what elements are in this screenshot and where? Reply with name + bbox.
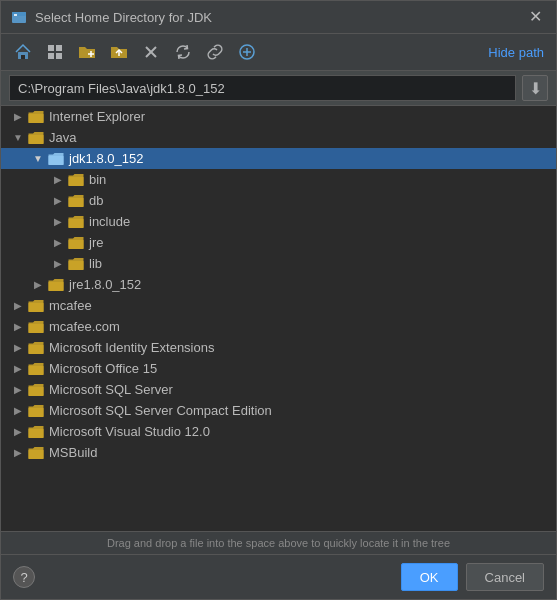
tree-item-jdk1.8.0_152[interactable]: ▼ jdk1.8.0_152 [1,148,556,169]
close-button[interactable]: ✕ [525,7,546,27]
svg-rect-21 [69,198,84,207]
folder-icon [67,173,85,187]
help-button[interactable]: ? [13,566,35,588]
refresh-button[interactable] [169,38,197,66]
tree-label: mcafee [49,298,92,313]
svg-rect-24 [69,261,84,270]
tree-item-mcafee.com[interactable]: ▶ mcafee.com [1,316,556,337]
tree-label: Microsoft Identity Extensions [49,340,214,355]
svg-rect-17 [29,114,44,123]
tree-item-microsoft-office[interactable]: ▶ Microsoft Office 15 [1,358,556,379]
tree-label: jdk1.8.0_152 [69,151,143,166]
delete-icon [142,43,160,61]
cancel-button[interactable]: Cancel [466,563,544,591]
tree-item-java[interactable]: ▼ Java [1,127,556,148]
tree-item-microsoft-sql[interactable]: ▶ Microsoft SQL Server [1,379,556,400]
svg-rect-8 [56,53,62,59]
arrow-collapsed: ▶ [9,447,27,458]
delete-button[interactable] [137,38,165,66]
tree-label: jre1.8.0_152 [69,277,141,292]
tree-item-msbuild[interactable]: ▶ MSBuild [1,442,556,463]
path-download-button[interactable]: ⬇ [522,75,548,101]
tree-item-internet-explorer[interactable]: ▶ Internet Explorer [1,106,556,127]
svg-rect-4 [21,55,25,59]
arrow-collapsed: ▶ [9,300,27,311]
folder-icon [67,236,85,250]
tree-item-microsoft-vs[interactable]: ▶ Microsoft Visual Studio 12.0 [1,421,556,442]
dialog: Select Home Directory for JDK ✕ [0,0,557,600]
folder-icon [67,194,85,208]
svg-rect-33 [29,450,44,459]
svg-rect-2 [14,14,17,16]
tree-label: lib [89,256,102,271]
status-bar: Drag and drop a file into the space abov… [1,531,556,554]
tree-item-jre1.8.0_152[interactable]: ▶ jre1.8.0_152 [1,274,556,295]
new-folder-button[interactable] [73,38,101,66]
tree-item-lib[interactable]: ▶ lib [1,253,556,274]
arrow-collapsed: ▶ [9,384,27,395]
arrow-collapsed: ▶ [49,237,67,248]
svg-rect-5 [48,45,54,51]
dialog-title: Select Home Directory for JDK [35,10,517,25]
folder-icon [47,278,65,292]
toolbar: Hide path [1,34,556,71]
tree-label: mcafee.com [49,319,120,334]
svg-rect-29 [29,366,44,375]
add-button[interactable] [233,38,261,66]
svg-rect-28 [29,345,44,354]
tree-label: jre [89,235,103,250]
dialog-icon [11,9,27,25]
svg-rect-19 [49,156,64,165]
home-icon [14,43,32,61]
folder-icon [27,383,45,397]
svg-rect-31 [29,408,44,417]
tree-label: Microsoft Visual Studio 12.0 [49,424,210,439]
folder-icon [27,404,45,418]
svg-rect-6 [56,45,62,51]
tree-item-microsoft-sql-compact[interactable]: ▶ Microsoft SQL Server Compact Edition [1,400,556,421]
tree-label: bin [89,172,106,187]
tree-label: Microsoft SQL Server Compact Edition [49,403,272,418]
folder-icon [47,152,65,166]
tree-item-include[interactable]: ▶ include [1,211,556,232]
folder-icon [27,299,45,313]
tree-label: Microsoft SQL Server [49,382,173,397]
new-folder-icon [78,43,96,61]
tree-item-microsoft-identity[interactable]: ▶ Microsoft Identity Extensions [1,337,556,358]
link-button[interactable] [201,38,229,66]
tree-label: Microsoft Office 15 [49,361,157,376]
svg-rect-30 [29,387,44,396]
arrow-expanded: ▼ [9,132,27,143]
tree-item-mcafee[interactable]: ▶ mcafee [1,295,556,316]
grid-view-button[interactable] [41,38,69,66]
tree-label: Internet Explorer [49,109,145,124]
status-text: Drag and drop a file into the space abov… [107,537,450,549]
svg-rect-26 [29,303,44,312]
tree-item-jre[interactable]: ▶ jre [1,232,556,253]
arrow-collapsed: ▶ [9,111,27,122]
add-icon [238,43,256,61]
tree-item-db[interactable]: ▶ db [1,190,556,211]
link-icon [206,43,224,61]
file-tree[interactable]: ▶ Internet Explorer ▼ Java ▼ jdk1.8.0_15… [1,106,556,531]
svg-rect-20 [69,177,84,186]
tree-item-bin[interactable]: ▶ bin [1,169,556,190]
arrow-collapsed: ▶ [9,321,27,332]
parent-folder-button[interactable] [105,38,133,66]
refresh-icon [174,43,192,61]
folder-up-icon [110,43,128,61]
tree-label: include [89,214,130,229]
folder-icon [27,131,45,145]
arrow-collapsed: ▶ [29,279,47,290]
folder-icon [27,320,45,334]
arrow-expanded: ▼ [29,153,47,164]
arrow-collapsed: ▶ [9,405,27,416]
hide-path-button[interactable]: Hide path [484,43,548,62]
path-input[interactable] [9,75,516,101]
folder-icon [67,257,85,271]
ok-button[interactable]: OK [401,563,458,591]
tree-label: MSBuild [49,445,97,460]
svg-rect-7 [48,53,54,59]
home-button[interactable] [9,38,37,66]
download-icon: ⬇ [529,79,542,98]
